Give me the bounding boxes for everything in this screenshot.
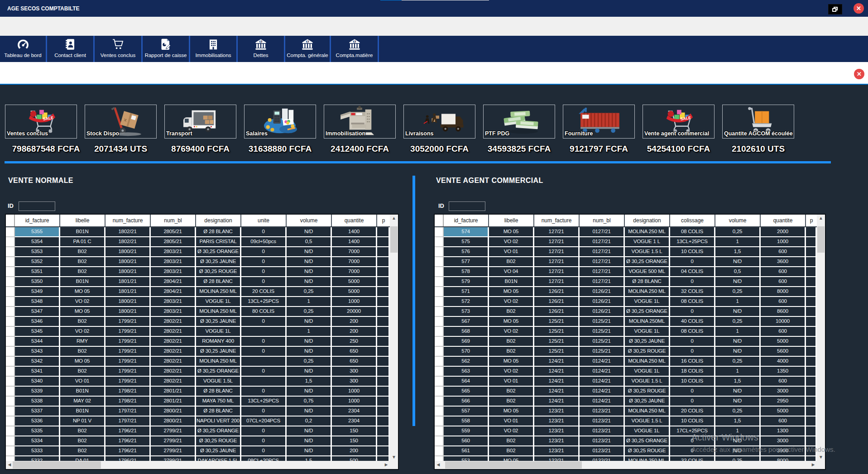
cell-volume[interactable]: 0,75 xyxy=(287,397,332,407)
cell-quantite[interactable]: 5000 xyxy=(332,287,377,297)
row-header-cell[interactable] xyxy=(435,347,444,357)
cell-colissage[interactable]: 08 COLIS xyxy=(670,327,715,337)
cell-volume[interactable]: N/D xyxy=(715,436,761,446)
cell-quantite[interactable]: 2304 xyxy=(332,407,377,417)
cell-designation[interactable]: Ø 28 BLANC xyxy=(196,407,241,417)
cell-id_facture[interactable]: 5333 xyxy=(15,446,60,456)
cell-unite[interactable]: 0 xyxy=(241,367,287,377)
table-row[interactable]: 557MO 05123/210123/21MOLINA 250 ML20 COL… xyxy=(435,407,817,417)
cell-id_facture[interactable]: 573 xyxy=(444,307,489,317)
cell-designation[interactable]: Ø 30,25 ROUGE xyxy=(625,347,670,357)
cell-unite[interactable]: 0 xyxy=(241,227,287,237)
table-row[interactable]: 558VO 01123/210123/21VOGUE 1.5 L10 COLIS… xyxy=(435,417,817,426)
cell-colissage[interactable]: 08 COLIS xyxy=(670,297,715,307)
cell-libelle[interactable]: VO 04 xyxy=(489,267,534,277)
cell-libelle[interactable]: B02 xyxy=(60,347,106,357)
cell-unite[interactable]: 13CL+25PCS xyxy=(241,397,287,407)
table-row[interactable]: 553MO 05122/210122/21MOLINA 250 ML32 COL… xyxy=(435,456,817,461)
cell-volume[interactable]: N/D xyxy=(287,257,332,267)
cell-unite[interactable]: 0 xyxy=(241,446,287,456)
table-row[interactable]: 5351B021800/212803/21Ø 30,25 ROUGE0N/D70… xyxy=(6,267,390,277)
cell-num_facture[interactable]: 1799/21 xyxy=(106,357,151,367)
cell-designation[interactable]: Ø 30,25 ROUGE xyxy=(625,387,670,397)
cell-libelle[interactable]: RMY xyxy=(60,337,106,347)
column-header-quantite[interactable]: quantite xyxy=(332,215,377,226)
table-row[interactable]: 5355B01N1802/212805/21Ø 28 BLANC0N/D1400 xyxy=(6,227,390,237)
cell-designation[interactable]: VOGUE 500 ML xyxy=(625,267,670,277)
cell-volume[interactable]: N/D xyxy=(715,347,761,357)
cell-num_facture[interactable]: 1796/21 xyxy=(106,436,151,446)
cell-volume[interactable]: N/D xyxy=(287,317,332,327)
cell-quantite[interactable]: 7000 xyxy=(332,247,377,257)
cell-libelle[interactable]: B02 xyxy=(489,397,534,407)
row-header-cell[interactable] xyxy=(6,387,15,397)
cell-num_bl[interactable]: 0123/21 xyxy=(580,426,625,436)
cell-volume[interactable]: N/D xyxy=(287,337,332,347)
table-row[interactable]: 5348VO 021800/212803/21VOGUE 1L13CL+25PC… xyxy=(6,297,390,307)
cell-num_bl[interactable]: 0123/21 xyxy=(580,446,625,456)
cell-designation[interactable]: NAPOLI VERT 200 xyxy=(196,417,241,426)
row-header-cell[interactable] xyxy=(435,367,444,377)
table-row[interactable]: 578VO 04127/210127/21VOGUE 500 ML04 COLI… xyxy=(435,267,817,277)
cell-volume[interactable]: N/D xyxy=(287,387,332,397)
cell-num_facture[interactable]: 1801/21 xyxy=(106,287,151,297)
cell-num_bl[interactable]: 2803/21 xyxy=(151,297,196,307)
vertical-scroll-thumb[interactable] xyxy=(817,226,825,253)
row-header-cell[interactable] xyxy=(6,247,15,257)
cell-colissage[interactable]: 0 xyxy=(670,347,715,357)
cell-volume[interactable]: N/D xyxy=(715,446,761,456)
cell-volume[interactable]: N/D xyxy=(715,397,761,407)
cell-volume[interactable]: 0,25 xyxy=(715,227,761,237)
row-header-cell[interactable] xyxy=(6,297,15,307)
cell-designation[interactable]: Ø 28 BLANC xyxy=(196,277,241,287)
cell-volume[interactable]: 1,5 xyxy=(715,417,761,426)
cell-libelle[interactable]: B02 xyxy=(60,367,106,377)
row-header-cell[interactable] xyxy=(6,267,15,277)
cell-quantite[interactable]: 200 xyxy=(332,446,377,456)
cell-quantite[interactable]: 4000 xyxy=(761,357,806,367)
table-row[interactable]: 576VO 01127/210127/21VOGUE 1.5 L10 COLIS… xyxy=(435,247,817,257)
cell-id_facture[interactable]: 5347 xyxy=(15,307,60,317)
cell-colissage[interactable]: 32 COLIS xyxy=(670,287,715,297)
cell-id_facture[interactable]: 5343 xyxy=(15,347,60,357)
cell-num_bl[interactable]: 2799/21 xyxy=(151,426,196,436)
cell-designation[interactable]: Ø 30,25 JAUNE xyxy=(625,397,670,407)
cell-libelle[interactable]: B02 xyxy=(489,337,534,347)
table-row[interactable]: 561B02123/210123/21Ø 30,25 ROUGE0N/D3900 xyxy=(435,446,817,456)
cell-unite[interactable]: 0 xyxy=(241,426,287,436)
cell-quantite[interactable]: 1300 xyxy=(761,426,806,436)
toolbar-button-compta-mati-re[interactable]: $Compta.matière xyxy=(331,36,379,62)
cell-quantite[interactable]: 5000 xyxy=(332,277,377,287)
cell-unite[interactable]: 0 xyxy=(241,317,287,327)
cell-id_facture[interactable]: 558 xyxy=(444,417,489,426)
cell-volume[interactable]: 0,5 xyxy=(715,267,761,277)
cell-num_bl[interactable]: 0124/21 xyxy=(580,377,625,387)
cell-libelle[interactable]: B02 xyxy=(60,247,106,257)
cell-designation[interactable]: Ø 30,25 ORANGE xyxy=(196,426,241,436)
cell-designation[interactable]: VOGUE 1L xyxy=(625,367,670,377)
cell-quantite[interactable]: 3900 xyxy=(761,446,806,456)
table-row[interactable]: 5340VO 011799/212802/21VOGUE 1.5L1,5300 xyxy=(6,377,390,387)
cell-num_facture[interactable]: 123/21 xyxy=(534,407,580,417)
cell-unite[interactable]: 13CL+25PCS xyxy=(241,297,287,307)
close-button[interactable]: ✕ xyxy=(854,3,864,14)
cell-designation[interactable]: DAKAROISE 1.5L xyxy=(196,456,241,461)
cell-volume[interactable]: 1 xyxy=(715,297,761,307)
cell-num_facture[interactable]: 1800/21 xyxy=(106,267,151,277)
table-row[interactable]: 5336NP 01 V1797/212800/21NAPOLI VERT 200… xyxy=(6,417,390,426)
cell-quantite[interactable]: 200 xyxy=(332,327,377,337)
cell-libelle[interactable]: VO 02 xyxy=(489,297,534,307)
row-header-cell[interactable] xyxy=(6,327,15,337)
cell-designation[interactable]: MOLINA 250 ML xyxy=(625,456,670,461)
cell-unite[interactable] xyxy=(241,377,287,387)
cell-volume[interactable]: 1 xyxy=(715,426,761,436)
cell-colissage[interactable]: 0 xyxy=(670,257,715,267)
cell-quantite[interactable]: 150 xyxy=(332,426,377,436)
cell-num_facture[interactable]: 124/21 xyxy=(534,397,580,407)
cell-libelle[interactable]: MO 05 xyxy=(489,227,534,237)
cell-designation[interactable]: VOGUE 1L xyxy=(196,297,241,307)
scroll-right-arrow[interactable]: ► xyxy=(383,461,390,469)
stat-card-9[interactable]: SALEVente agent commercial xyxy=(643,105,715,139)
cell-quantite[interactable]: 1350 xyxy=(761,367,806,377)
column-header-id_facture[interactable]: id_facture xyxy=(15,215,60,226)
